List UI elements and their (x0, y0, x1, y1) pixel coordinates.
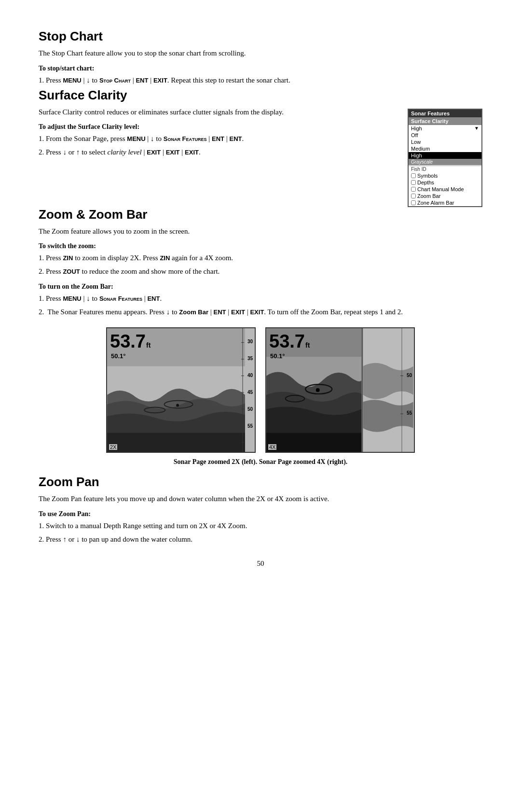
zoom-step3: 1. Press MENU | ↓ to Sonar Features | EN… (39, 293, 482, 304)
zoom-2x-unit: ft (146, 341, 151, 349)
sidebar-checkbox-zoom-bar: Zoom Bar (409, 193, 481, 199)
sidebar-divider-grayscale: Grayscale (409, 159, 481, 165)
zoom-step2: 2. Press ZOUT to reduce the zoom and sho… (39, 266, 482, 277)
zoom-pan-heading: Zoom Pan (39, 475, 482, 490)
zoom-4x-reading: 53.7 ft (269, 331, 310, 352)
svg-point-13 (176, 404, 179, 407)
zoom-step1: 1. Press ZIN to zoom in display 2X. Pres… (39, 252, 482, 264)
surface-clarity-text: Surface Clarity control reduces or elimi… (39, 107, 398, 160)
zoom-pan-intro: The Zoom Pan feature lets you move up an… (39, 493, 482, 504)
surface-clarity-label: To adjust the Surface Clarity level: (39, 123, 398, 131)
svg-rect-18 (361, 328, 363, 452)
surface-clarity-step2: 2. Press ↓ or ↑ to select clarity level … (39, 146, 398, 158)
zoom-2x-scale-50: 50 (247, 406, 253, 412)
zoom-4x-unit: ft (305, 341, 310, 349)
sidebar-fishid-label: Fish ID (409, 166, 481, 172)
svg-rect-2 (107, 433, 245, 452)
zoom-4x-label: 4X (268, 444, 276, 450)
sidebar-checkbox-symbols: Symbols (409, 172, 481, 179)
surface-clarity-section: Surface Clarity Surface Clarity control … (39, 88, 482, 207)
zoom-step4: 2. The Sonar Features menu appears. Pres… (39, 306, 482, 318)
stop-chart-label: To stop/start chart: (39, 65, 482, 72)
stop-chart-heading: Stop Chart (39, 29, 482, 44)
surface-clarity-layout: Surface Clarity control reduces or elimi… (39, 107, 482, 207)
zoom-2x-scale-35: 35 (247, 356, 253, 361)
sidebar-option-high-selected: High (409, 152, 481, 159)
sidebar-checkbox-depths: Depths (409, 179, 481, 186)
zoom-2x-image: 53.7 ft 50.1° 30 35 40 45 50 55 2X (106, 327, 256, 453)
zoom-2x-scale-55: 55 (247, 423, 253, 429)
zoom-pan-step2: 2. Press ↑ or ↓ to pan up and down the w… (39, 533, 482, 545)
stop-chart-section: Stop Chart The Stop Chart feature allow … (39, 29, 482, 86)
zoom-intro: The Zoom feature allows you to zoom in t… (39, 226, 482, 237)
sidebar-checkbox-chart-manual: Chart Manual Mode (409, 186, 481, 193)
svg-point-24 (316, 388, 320, 392)
svg-rect-17 (266, 433, 361, 452)
zoom-pan-step1: 1. Switch to a manual Depth Range settin… (39, 520, 482, 532)
zoom-2x-scale-40: 40 (247, 373, 253, 378)
zoom-bar-label: To turn on the Zoom Bar: (39, 283, 482, 291)
zoom-2x-value: 53.7 (110, 331, 146, 352)
sidebar-subtitle: Surface Clarity (409, 117, 481, 125)
zoom-4x-value: 53.7 (269, 331, 305, 352)
sidebar-option-medium: Medium (409, 145, 481, 152)
sidebar-option-high-dropdown: High▼ (409, 125, 481, 132)
page-number: 50 (257, 560, 264, 567)
zoom-2x-scale-45: 45 (247, 390, 253, 395)
sidebar-option-low: Low (409, 139, 481, 145)
stop-chart-step1: 1. Press MENU | ↓ to Stop Chart | ENT | … (39, 74, 482, 86)
zoom-heading: Zoom & Zoom Bar (39, 207, 482, 222)
zoom-4x-scale-55: 55 (407, 410, 412, 416)
sidebar-option-off: Off (409, 132, 481, 139)
zoom-2x-scale-30: 30 (247, 339, 253, 344)
surface-clarity-intro: Surface Clarity control reduces or elimi… (39, 107, 398, 118)
zoom-4x-sub: 50.1° (270, 352, 285, 360)
zoom-section: Zoom & Zoom Bar The Zoom feature allows … (39, 207, 482, 467)
surface-clarity-heading: Surface Clarity (39, 88, 482, 103)
sidebar-title: Sonar Features (409, 110, 481, 117)
zoom-images-container: 53.7 ft 50.1° 30 35 40 45 50 55 2X (39, 327, 482, 453)
zoom-caption: Sonar Page zoomed 2X (left). Sonar Page … (39, 457, 482, 467)
zoom-2x-reading: 53.7 ft (110, 331, 151, 352)
page-footer: 50 (39, 560, 482, 568)
sidebar-checkbox-zone-alarm: Zone Alarm Bar (409, 199, 481, 206)
zoom-2x-label: 2X (109, 444, 117, 450)
sonar-features-sidebar: Sonar Features Surface Clarity High▼ Off… (408, 109, 482, 207)
surface-clarity-step1: 1. From the Sonar Page, press MENU | ↓ t… (39, 133, 398, 144)
zoom-pan-label: To use Zoom Pan: (39, 510, 482, 518)
zoom-2x-sub: 50.1° (111, 352, 126, 360)
zoom-4x-image: 53.7 ft 50.1° 50 55 4X (265, 327, 415, 453)
zoom-switch-label: To switch the zoom: (39, 242, 482, 250)
stop-chart-intro: The Stop Chart feature allow you to stop… (39, 48, 482, 59)
zoom-4x-scale-50: 50 (407, 373, 412, 378)
zoom-pan-section: Zoom Pan The Zoom Pan feature lets you m… (39, 475, 482, 545)
